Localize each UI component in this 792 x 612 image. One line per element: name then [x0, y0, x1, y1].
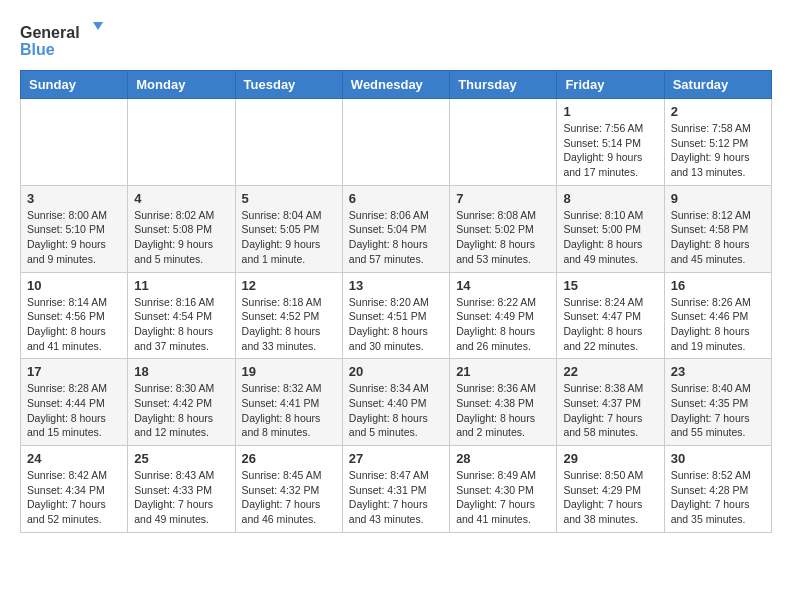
- day-number: 20: [349, 364, 443, 379]
- empty-day-cell: [21, 99, 128, 186]
- calendar-day-cell: 19Sunrise: 8:32 AM Sunset: 4:41 PM Dayli…: [235, 359, 342, 446]
- calendar-week-row: 10Sunrise: 8:14 AM Sunset: 4:56 PM Dayli…: [21, 272, 772, 359]
- calendar-day-cell: 7Sunrise: 8:08 AM Sunset: 5:02 PM Daylig…: [450, 185, 557, 272]
- calendar-day-cell: 17Sunrise: 8:28 AM Sunset: 4:44 PM Dayli…: [21, 359, 128, 446]
- day-number: 9: [671, 191, 765, 206]
- day-info: Sunrise: 8:22 AM Sunset: 4:49 PM Dayligh…: [456, 295, 550, 354]
- day-number: 22: [563, 364, 657, 379]
- day-number: 28: [456, 451, 550, 466]
- calendar-day-cell: 8Sunrise: 8:10 AM Sunset: 5:00 PM Daylig…: [557, 185, 664, 272]
- calendar-day-cell: 18Sunrise: 8:30 AM Sunset: 4:42 PM Dayli…: [128, 359, 235, 446]
- day-info: Sunrise: 8:02 AM Sunset: 5:08 PM Dayligh…: [134, 208, 228, 267]
- calendar-day-cell: 2Sunrise: 7:58 AM Sunset: 5:12 PM Daylig…: [664, 99, 771, 186]
- calendar-day-cell: 11Sunrise: 8:16 AM Sunset: 4:54 PM Dayli…: [128, 272, 235, 359]
- day-info: Sunrise: 8:18 AM Sunset: 4:52 PM Dayligh…: [242, 295, 336, 354]
- day-number: 30: [671, 451, 765, 466]
- calendar-day-cell: 24Sunrise: 8:42 AM Sunset: 4:34 PM Dayli…: [21, 446, 128, 533]
- day-number: 12: [242, 278, 336, 293]
- weekday-header-sunday: Sunday: [21, 71, 128, 99]
- day-number: 3: [27, 191, 121, 206]
- day-info: Sunrise: 8:08 AM Sunset: 5:02 PM Dayligh…: [456, 208, 550, 267]
- svg-text:General: General: [20, 24, 80, 41]
- day-info: Sunrise: 8:06 AM Sunset: 5:04 PM Dayligh…: [349, 208, 443, 267]
- day-info: Sunrise: 8:28 AM Sunset: 4:44 PM Dayligh…: [27, 381, 121, 440]
- calendar-header-row: SundayMondayTuesdayWednesdayThursdayFrid…: [21, 71, 772, 99]
- day-number: 29: [563, 451, 657, 466]
- day-info: Sunrise: 8:40 AM Sunset: 4:35 PM Dayligh…: [671, 381, 765, 440]
- calendar-day-cell: 10Sunrise: 8:14 AM Sunset: 4:56 PM Dayli…: [21, 272, 128, 359]
- day-number: 10: [27, 278, 121, 293]
- day-number: 15: [563, 278, 657, 293]
- day-number: 1: [563, 104, 657, 119]
- calendar-day-cell: 4Sunrise: 8:02 AM Sunset: 5:08 PM Daylig…: [128, 185, 235, 272]
- day-info: Sunrise: 7:56 AM Sunset: 5:14 PM Dayligh…: [563, 121, 657, 180]
- calendar-week-row: 3Sunrise: 8:00 AM Sunset: 5:10 PM Daylig…: [21, 185, 772, 272]
- weekday-header-friday: Friday: [557, 71, 664, 99]
- weekday-header-wednesday: Wednesday: [342, 71, 449, 99]
- day-number: 4: [134, 191, 228, 206]
- day-number: 13: [349, 278, 443, 293]
- day-info: Sunrise: 8:04 AM Sunset: 5:05 PM Dayligh…: [242, 208, 336, 267]
- day-number: 16: [671, 278, 765, 293]
- logo: GeneralBlue: [20, 20, 110, 60]
- calendar-day-cell: 25Sunrise: 8:43 AM Sunset: 4:33 PM Dayli…: [128, 446, 235, 533]
- day-info: Sunrise: 8:00 AM Sunset: 5:10 PM Dayligh…: [27, 208, 121, 267]
- calendar-day-cell: 1Sunrise: 7:56 AM Sunset: 5:14 PM Daylig…: [557, 99, 664, 186]
- calendar-day-cell: 26Sunrise: 8:45 AM Sunset: 4:32 PM Dayli…: [235, 446, 342, 533]
- empty-day-cell: [235, 99, 342, 186]
- day-number: 14: [456, 278, 550, 293]
- day-info: Sunrise: 7:58 AM Sunset: 5:12 PM Dayligh…: [671, 121, 765, 180]
- day-info: Sunrise: 8:26 AM Sunset: 4:46 PM Dayligh…: [671, 295, 765, 354]
- svg-text:Blue: Blue: [20, 41, 55, 58]
- weekday-header-tuesday: Tuesday: [235, 71, 342, 99]
- day-info: Sunrise: 8:36 AM Sunset: 4:38 PM Dayligh…: [456, 381, 550, 440]
- empty-day-cell: [342, 99, 449, 186]
- day-number: 8: [563, 191, 657, 206]
- calendar-day-cell: 6Sunrise: 8:06 AM Sunset: 5:04 PM Daylig…: [342, 185, 449, 272]
- day-info: Sunrise: 8:16 AM Sunset: 4:54 PM Dayligh…: [134, 295, 228, 354]
- day-number: 11: [134, 278, 228, 293]
- day-info: Sunrise: 8:30 AM Sunset: 4:42 PM Dayligh…: [134, 381, 228, 440]
- svg-marker-2: [93, 22, 103, 30]
- calendar-day-cell: 20Sunrise: 8:34 AM Sunset: 4:40 PM Dayli…: [342, 359, 449, 446]
- calendar-day-cell: 30Sunrise: 8:52 AM Sunset: 4:28 PM Dayli…: [664, 446, 771, 533]
- calendar-day-cell: 22Sunrise: 8:38 AM Sunset: 4:37 PM Dayli…: [557, 359, 664, 446]
- day-number: 24: [27, 451, 121, 466]
- calendar-day-cell: 12Sunrise: 8:18 AM Sunset: 4:52 PM Dayli…: [235, 272, 342, 359]
- calendar-day-cell: 27Sunrise: 8:47 AM Sunset: 4:31 PM Dayli…: [342, 446, 449, 533]
- day-info: Sunrise: 8:50 AM Sunset: 4:29 PM Dayligh…: [563, 468, 657, 527]
- calendar-day-cell: 3Sunrise: 8:00 AM Sunset: 5:10 PM Daylig…: [21, 185, 128, 272]
- day-number: 23: [671, 364, 765, 379]
- day-info: Sunrise: 8:32 AM Sunset: 4:41 PM Dayligh…: [242, 381, 336, 440]
- day-info: Sunrise: 8:20 AM Sunset: 4:51 PM Dayligh…: [349, 295, 443, 354]
- calendar-day-cell: 5Sunrise: 8:04 AM Sunset: 5:05 PM Daylig…: [235, 185, 342, 272]
- day-number: 6: [349, 191, 443, 206]
- calendar-day-cell: 28Sunrise: 8:49 AM Sunset: 4:30 PM Dayli…: [450, 446, 557, 533]
- day-number: 18: [134, 364, 228, 379]
- calendar-table: SundayMondayTuesdayWednesdayThursdayFrid…: [20, 70, 772, 533]
- day-number: 26: [242, 451, 336, 466]
- day-info: Sunrise: 8:10 AM Sunset: 5:00 PM Dayligh…: [563, 208, 657, 267]
- weekday-header-monday: Monday: [128, 71, 235, 99]
- page-header: GeneralBlue: [20, 20, 772, 60]
- logo-icon: GeneralBlue: [20, 20, 110, 60]
- weekday-header-thursday: Thursday: [450, 71, 557, 99]
- day-info: Sunrise: 8:14 AM Sunset: 4:56 PM Dayligh…: [27, 295, 121, 354]
- calendar-day-cell: 14Sunrise: 8:22 AM Sunset: 4:49 PM Dayli…: [450, 272, 557, 359]
- day-info: Sunrise: 8:42 AM Sunset: 4:34 PM Dayligh…: [27, 468, 121, 527]
- day-number: 7: [456, 191, 550, 206]
- calendar-week-row: 24Sunrise: 8:42 AM Sunset: 4:34 PM Dayli…: [21, 446, 772, 533]
- calendar-day-cell: 29Sunrise: 8:50 AM Sunset: 4:29 PM Dayli…: [557, 446, 664, 533]
- calendar-day-cell: 9Sunrise: 8:12 AM Sunset: 4:58 PM Daylig…: [664, 185, 771, 272]
- day-info: Sunrise: 8:49 AM Sunset: 4:30 PM Dayligh…: [456, 468, 550, 527]
- day-info: Sunrise: 8:38 AM Sunset: 4:37 PM Dayligh…: [563, 381, 657, 440]
- day-info: Sunrise: 8:24 AM Sunset: 4:47 PM Dayligh…: [563, 295, 657, 354]
- day-info: Sunrise: 8:45 AM Sunset: 4:32 PM Dayligh…: [242, 468, 336, 527]
- calendar-week-row: 17Sunrise: 8:28 AM Sunset: 4:44 PM Dayli…: [21, 359, 772, 446]
- day-info: Sunrise: 8:52 AM Sunset: 4:28 PM Dayligh…: [671, 468, 765, 527]
- calendar-day-cell: 23Sunrise: 8:40 AM Sunset: 4:35 PM Dayli…: [664, 359, 771, 446]
- calendar-week-row: 1Sunrise: 7:56 AM Sunset: 5:14 PM Daylig…: [21, 99, 772, 186]
- day-number: 5: [242, 191, 336, 206]
- day-info: Sunrise: 8:47 AM Sunset: 4:31 PM Dayligh…: [349, 468, 443, 527]
- day-number: 25: [134, 451, 228, 466]
